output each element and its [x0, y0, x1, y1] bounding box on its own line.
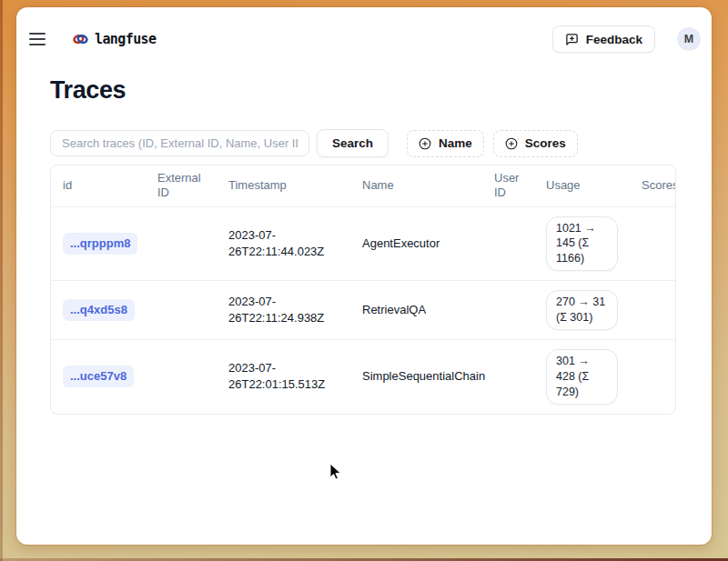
- column-header-user-id: User ID: [482, 165, 534, 206]
- trace-id-link[interactable]: ...uce57v8: [63, 366, 134, 387]
- menu-button[interactable]: [29, 29, 51, 49]
- filter-name-button[interactable]: Name: [407, 130, 484, 157]
- trace-id-cell: ...qrpppm8: [51, 207, 146, 281]
- external-id-cell: [146, 340, 217, 414]
- table-header-row: id External ID Timestamp Name User ID Us…: [51, 165, 675, 206]
- main-content: Traces Search Name: [16, 76, 712, 415]
- external-id-cell: [146, 281, 217, 339]
- column-header-timestamp: Timestamp: [217, 165, 350, 206]
- name-cell: RetrievalQA: [350, 281, 482, 339]
- timestamp-cell: 2023-07-26T22:11:24.938Z: [217, 281, 350, 339]
- trace-id-link[interactable]: ...q4xd5s8: [63, 299, 135, 321]
- trace-id-cell: ...q4xd5s8: [51, 281, 146, 339]
- hamburger-icon: [29, 33, 46, 35]
- timestamp-cell: 2023-07-26T22:01:15.513Z: [217, 340, 350, 414]
- usage-cell: 270 → 31 (Σ 301): [534, 281, 630, 339]
- external-id-cell: [146, 207, 217, 281]
- usage-cell: 301 → 428 (Σ 729): [534, 340, 630, 414]
- table-row[interactable]: ...qrpppm8 2023-07-26T22:11:44.023Z Agen…: [51, 206, 675, 281]
- topbar-left: langfuse: [29, 29, 156, 49]
- search-toolbar: Search Name Scores: [50, 129, 676, 157]
- column-header-usage: Usage: [534, 165, 630, 206]
- user-id-cell: [482, 281, 534, 339]
- usage-badge: 270 → 31 (Σ 301): [546, 290, 618, 330]
- frame-left-edge: [0, 0, 3, 561]
- name-cell: SimpleSequentialChain: [350, 340, 482, 414]
- user-id-cell: [482, 340, 534, 414]
- desktop-background: langfuse Feedback M Traces: [0, 0, 728, 561]
- scores-cell: [630, 207, 675, 281]
- table-row[interactable]: ...uce57v8 2023-07-26T22:01:15.513Z Simp…: [51, 339, 675, 414]
- topbar: langfuse Feedback M: [16, 7, 712, 55]
- column-header-id: id: [51, 165, 146, 206]
- user-id-cell: [482, 207, 534, 281]
- plus-circle-icon: [505, 137, 518, 150]
- plus-circle-icon: [419, 137, 431, 150]
- feedback-button[interactable]: Feedback: [552, 25, 655, 53]
- app-window: langfuse Feedback M Traces: [16, 7, 712, 545]
- avatar[interactable]: M: [677, 27, 701, 51]
- traces-table: id External ID Timestamp Name User ID Us…: [50, 165, 676, 415]
- page-title: Traces: [50, 76, 676, 105]
- usage-cell: 1021 → 145 (Σ 1166): [534, 207, 630, 281]
- filter-name-label: Name: [439, 136, 472, 150]
- message-square-plus-icon: [565, 33, 579, 46]
- usage-badge: 1021 → 145 (Σ 1166): [546, 216, 618, 272]
- table-row[interactable]: ...q4xd5s8 2023-07-26T22:11:24.938Z Retr…: [51, 280, 675, 339]
- usage-badge: 301 → 428 (Σ 729): [546, 349, 618, 405]
- filter-scores-button[interactable]: Scores: [493, 130, 578, 157]
- feedback-button-label: Feedback: [586, 33, 642, 46]
- timestamp-cell: 2023-07-26T22:11:44.023Z: [217, 207, 350, 281]
- trace-id-link[interactable]: ...qrpppm8: [63, 233, 137, 255]
- search-input[interactable]: [50, 130, 309, 156]
- trace-id-cell: ...uce57v8: [51, 340, 146, 414]
- column-header-external-id: External ID: [146, 165, 217, 206]
- column-header-name: Name: [350, 165, 482, 206]
- brand-name: langfuse: [95, 31, 156, 47]
- langfuse-logo-icon: [73, 33, 88, 45]
- filter-scores-label: Scores: [525, 136, 566, 150]
- search-button[interactable]: Search: [317, 129, 389, 157]
- column-header-scores: Scores: [630, 165, 676, 206]
- name-cell: AgentExecutor: [350, 207, 482, 281]
- brand[interactable]: langfuse: [73, 31, 156, 47]
- topbar-right: Feedback M: [552, 25, 701, 53]
- scores-cell: [630, 340, 675, 414]
- scores-cell: [630, 281, 675, 339]
